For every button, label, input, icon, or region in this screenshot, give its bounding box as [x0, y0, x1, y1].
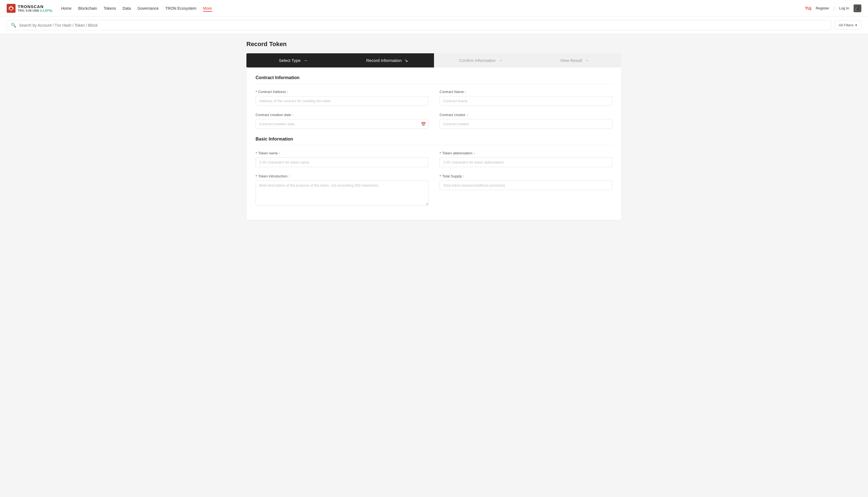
required-star-total-supply: *: [440, 174, 441, 179]
total-supply-field: * Total Supply：: [440, 174, 613, 205]
contract-name-input[interactable]: [440, 96, 613, 106]
nav-governance[interactable]: Governance: [137, 5, 159, 12]
total-supply-input[interactable]: [440, 181, 613, 190]
contract-name-field: Contract Name：: [440, 89, 613, 106]
required-star-1: *: [255, 90, 257, 94]
main-nav: Home Blockchain Tokens Data Governance T…: [61, 5, 796, 12]
trx-price: TRX: 0.06 USD (+1.87%): [18, 9, 52, 12]
contract-creator-input[interactable]: [440, 119, 613, 129]
form-container: Contract Information * Contract Address：…: [246, 68, 622, 220]
nav-tokens[interactable]: Tokens: [104, 5, 116, 12]
step-arrow-0: →: [303, 58, 308, 63]
basic-form-grid: * Token name： * Token abbreviation：: [255, 151, 613, 205]
contract-creator-field: Contract creator：: [440, 112, 613, 129]
search-icon: 🔍: [11, 23, 16, 28]
contract-name-label: Contract Name：: [440, 89, 613, 95]
step-confirm-information[interactable]: Confirm Information →: [434, 53, 528, 68]
search-input[interactable]: [19, 23, 827, 28]
step-arrow-3: →: [585, 58, 589, 63]
required-star-token-intro: *: [255, 174, 257, 179]
header-right: TUj Register | Log In 🎓: [805, 4, 861, 12]
step-arrow-2: →: [498, 58, 503, 63]
logo-name: TRONSCAN: [18, 4, 52, 9]
school-icon: 🎓: [854, 4, 861, 12]
logo-text: TRONSCAN TRX: 0.06 USD (+1.87%): [18, 4, 52, 12]
logo-icon: [7, 4, 16, 13]
step-view-result[interactable]: View Result →: [528, 53, 622, 68]
token-name-field: * Token name：: [255, 151, 428, 167]
token-name-label: * Token name：: [255, 151, 428, 156]
contract-address-label: * Contract Address：: [255, 89, 428, 95]
token-abbreviation-label: * Token abbreviation：: [440, 151, 613, 156]
login-button[interactable]: Log In: [839, 6, 849, 10]
contract-address-input[interactable]: [255, 96, 428, 106]
token-introduction-textarea[interactable]: [255, 181, 428, 205]
header: TRONSCAN TRX: 0.06 USD (+1.87%) Home Blo…: [0, 0, 868, 17]
nav-more[interactable]: More: [203, 5, 212, 12]
token-abbreviation-field: * Token abbreviation：: [440, 151, 613, 167]
required-star-token-abbr: *: [440, 151, 441, 156]
steps-bar: Select Type → Record Information ↘ Confi…: [246, 53, 622, 68]
header-divider: |: [834, 6, 835, 11]
logo: TRONSCAN TRX: 0.06 USD (+1.87%): [7, 4, 52, 13]
nav-blockchain[interactable]: Blockchain: [78, 5, 97, 12]
basic-section-title: Basic Information: [255, 137, 613, 145]
step-arrow-1: ↘: [404, 58, 408, 63]
nav-data[interactable]: Data: [123, 5, 131, 12]
contract-creation-date-input[interactable]: [255, 119, 428, 129]
nav-home[interactable]: Home: [61, 5, 71, 12]
step-select-type[interactable]: Select Type →: [246, 53, 340, 68]
page-title: Record Token: [246, 41, 622, 48]
token-introduction-field: * Token introduction：: [255, 174, 428, 205]
calendar-icon: 📅: [421, 122, 426, 126]
main-content: Record Token Select Type → Record Inform…: [240, 34, 628, 227]
contract-form-grid: * Contract Address： Contract Name： Contr…: [255, 89, 613, 129]
token-introduction-label: * Token introduction：: [255, 174, 428, 179]
token-name-input[interactable]: [255, 157, 428, 167]
register-button[interactable]: Register: [816, 6, 829, 10]
contract-creation-date-field: Contract creation date： 📅: [255, 112, 428, 129]
search-input-wrapper[interactable]: 🔍: [7, 20, 832, 30]
contract-address-field: * Contract Address：: [255, 89, 428, 106]
contract-creation-date-wrapper: 📅: [255, 119, 428, 129]
nav-tron-ecosystem[interactable]: TRON Ecosystem: [165, 5, 196, 12]
contract-creator-label: Contract creator：: [440, 112, 613, 117]
all-filters-button[interactable]: All Filters ▾: [835, 20, 861, 30]
total-supply-label: * Total Supply：: [440, 174, 613, 179]
search-bar: 🔍 All Filters ▾: [0, 17, 868, 34]
contract-creation-date-label: Contract creation date：: [255, 112, 428, 117]
user-label: TUj: [805, 6, 811, 11]
token-abbreviation-input[interactable]: [440, 157, 613, 167]
step-record-information[interactable]: Record Information ↘: [340, 53, 434, 68]
chevron-down-icon: ▾: [855, 23, 857, 27]
basic-section: Basic Information * Token name： * Token …: [255, 137, 613, 205]
required-star-token-name: *: [255, 151, 257, 156]
contract-section-title: Contract Information: [255, 75, 613, 84]
